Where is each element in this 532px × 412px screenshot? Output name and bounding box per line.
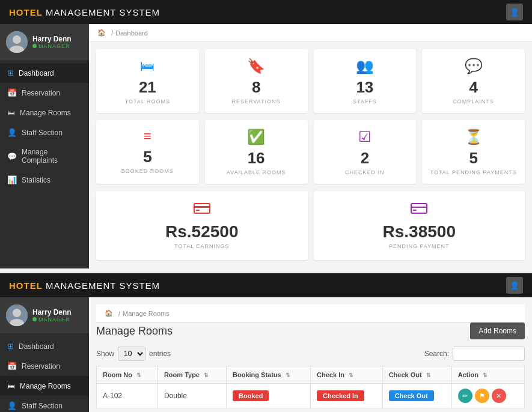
available-rooms-number: 16 — [248, 149, 265, 168]
sidebar-2: Harry Denn MANAGER ⊞ Dashboard 📅 Reserva… — [0, 297, 89, 412]
earnings-icon — [194, 202, 210, 219]
list-icon: ≡ — [144, 129, 151, 144]
sort-icon-check-in: ⇅ — [349, 372, 353, 378]
svg-rect-5 — [196, 210, 200, 211]
app-title-2: HOTEL MANAGEMENT SYSTEM — [9, 280, 160, 291]
profile-info: Harry Denn MANAGER — [32, 35, 72, 49]
dashboard-section: HOTEL MANAGEMENT SYSTEM 👤 Harry Denn MAN… — [0, 0, 532, 268]
svg-rect-3 — [194, 204, 210, 213]
chat-icon: 💬 — [465, 58, 483, 74]
edit-button[interactable]: ✏ — [458, 389, 472, 403]
title-rest: MANAGEMENT SYSTEM — [43, 7, 160, 17]
table-row: A-102 Double Booked Checked In Check Out — [97, 384, 525, 408]
title-highlight: HOTEL — [9, 7, 43, 17]
svg-rect-4 — [194, 206, 210, 208]
pending-payment-card: Rs.38500 PENDING PAYMENT — [314, 191, 525, 260]
staff-group-icon: 👥 — [356, 58, 374, 74]
stat-pending-payments: ⏳ 5 TOTAL PENDING PAYMENTS — [422, 120, 525, 184]
stat-reservations: 🔖 8 RESERVATIONS — [205, 49, 308, 113]
app-title: HOTEL MANAGEMENT SYSTEM — [9, 7, 160, 17]
profile-name-2: Harry Denn — [32, 308, 72, 317]
online-indicator-2 — [32, 317, 37, 321]
dashboard-layout: Harry Denn MANAGER ⊞ Dashboard 📅 Reserva… — [0, 24, 532, 268]
pending-payments-label: TOTAL PENDING PAYMENTS — [430, 169, 517, 175]
svg-point-1 — [13, 35, 21, 44]
search-label: Search: — [424, 350, 449, 358]
warn-button[interactable]: ⚑ — [475, 389, 489, 403]
sidebar-item-manage-rooms[interactable]: 🛏 Manage Rooms — [0, 103, 89, 123]
booked-rooms-number: 5 — [143, 148, 151, 166]
breadcrumb-2: 🏠 / Manage Rooms — [96, 304, 525, 323]
title-rest-2: MANAGEMENT SYSTEM — [43, 280, 160, 291]
sort-icon-room-no: ⇅ — [136, 372, 141, 378]
sidebar-nav-2: ⊞ Dashboard 📅 Reservation 🛏 Manage Rooms… — [0, 333, 89, 412]
stat-staffs: 👥 13 STAFFS — [314, 49, 417, 113]
add-rooms-button[interactable]: Add Rooms — [470, 323, 525, 339]
cell-room-type: Double — [157, 384, 226, 408]
col-booking-status: Booking Status ⇅ — [227, 366, 311, 384]
top-header: HOTEL MANAGEMENT SYSTEM 👤 — [0, 0, 532, 24]
entries-label: entries — [149, 350, 171, 358]
sidebar-item-dashboard-2[interactable]: ⊞ Dashboard — [0, 336, 89, 356]
checkbox-icon: ☑ — [358, 129, 371, 145]
entries-select[interactable]: 10 25 50 — [118, 347, 145, 361]
sort-icon-check-out: ⇅ — [426, 372, 431, 378]
avatar — [6, 31, 28, 53]
earnings-row: Rs.52500 TOTAL EARNINGS Rs.38500 PENDING… — [89, 191, 532, 268]
pending-icon: ⏳ — [465, 129, 483, 145]
user-profile: Harry Denn MANAGER — [0, 24, 89, 60]
reservation-icon: 📅 — [7, 88, 17, 97]
col-room-type: Room Type ⇅ — [157, 366, 226, 384]
search-input[interactable] — [453, 347, 525, 361]
manage-rooms-header: Manage Rooms Add Rooms — [96, 323, 525, 339]
staff-icon: 👤 — [7, 128, 17, 137]
staff-icon-2: 👤 — [7, 401, 17, 410]
sidebar-item-manage-complaints[interactable]: 💬 Manage Complaints — [0, 142, 89, 170]
profile-role-2: MANAGER — [32, 317, 72, 323]
manage-rooms-section: HOTEL MANAGEMENT SYSTEM 👤 Harry Denn MAN… — [0, 273, 532, 412]
pending-payment-amount: Rs.38500 — [383, 222, 456, 241]
complaints-icon: 💬 — [7, 152, 17, 161]
col-action: Action ⇅ — [451, 366, 524, 384]
stat-booked-rooms: ≡ 5 BOOKED ROOMS — [96, 120, 199, 184]
dashboard-main: 🏠 / Dashboard 🛏 21 TOTAL ROOMS 🔖 8 RESER… — [89, 24, 532, 268]
sidebar-navigation: ⊞ Dashboard 📅 Reservation 🛏 Manage Rooms… — [0, 60, 89, 190]
show-entries: Show 10 25 50 entries — [96, 347, 171, 361]
dashboard-icon-2: ⊞ — [7, 342, 14, 351]
reservations-label: RESERVATIONS — [232, 98, 281, 105]
header-user-icon-2[interactable]: 👤 — [506, 277, 523, 294]
total-rooms-label: TOTAL ROOMS — [125, 98, 170, 105]
total-earnings-amount: Rs.52500 — [165, 222, 238, 241]
sidebar-item-staff-section[interactable]: 👤 Staff Section — [0, 123, 89, 142]
checked-in-label: CHECKED IN — [345, 169, 385, 175]
rooms-table: Room No ⇅ Room Type ⇅ Booking Status ⇅ — [96, 366, 525, 408]
stat-complaints: 💬 4 COMPLAINTS — [422, 49, 525, 113]
home-icon: 🏠 — [97, 29, 106, 37]
sidebar-item-reservation-2[interactable]: 📅 Reservation — [0, 356, 89, 376]
cell-check-in: Checked In — [311, 384, 383, 408]
stat-total-rooms: 🛏 21 TOTAL ROOMS — [96, 49, 199, 113]
reservation-icon-2: 📅 — [7, 362, 17, 371]
breadcrumb-page-2: Manage Rooms — [123, 310, 170, 317]
sidebar-item-reservation[interactable]: 📅 Reservation — [0, 83, 89, 103]
manage-rooms-icon: 🛏 — [7, 108, 15, 117]
sidebar-item-dashboard[interactable]: ⊞ Dashboard — [0, 63, 89, 83]
pending-payment-label: PENDING PAYMENT — [389, 243, 450, 249]
statistics-icon: 📊 — [7, 175, 17, 184]
delete-button[interactable]: ✕ — [492, 389, 506, 403]
sidebar-item-staff-2[interactable]: 👤 Staff Section — [0, 396, 89, 412]
show-label: Show — [96, 350, 114, 358]
svg-rect-8 — [413, 210, 417, 211]
sort-icon-booking-status: ⇅ — [286, 372, 290, 378]
title-highlight-2: HOTEL — [9, 280, 43, 291]
profile-role: MANAGER — [32, 43, 72, 49]
col-check-out: Check Out ⇅ — [382, 366, 451, 384]
sidebar: Harry Denn MANAGER ⊞ Dashboard 📅 Reserva… — [0, 24, 89, 268]
sidebar-item-statistics[interactable]: 📊 Statistics — [0, 170, 89, 190]
pending-payments-number: 5 — [469, 149, 477, 168]
sidebar-item-manage-rooms-2[interactable]: 🛏 Manage Rooms — [0, 376, 89, 396]
online-indicator — [32, 44, 37, 48]
header-user-icon[interactable]: 👤 — [506, 4, 523, 20]
total-earnings-label: TOTAL EARNINGS — [174, 243, 229, 249]
complaints-label: COMPLAINTS — [453, 98, 494, 105]
